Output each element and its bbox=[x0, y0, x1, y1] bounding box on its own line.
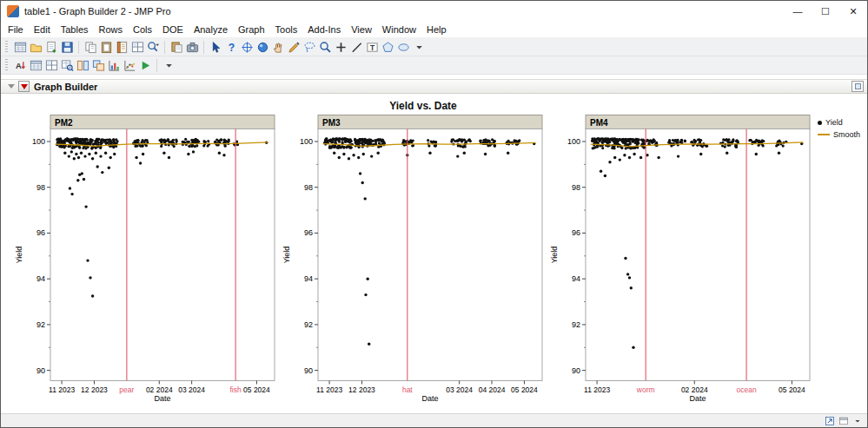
journal-icon[interactable] bbox=[114, 39, 129, 55]
panel-pm3[interactable]: PM3100989694929011 202312 202303 202404 … bbox=[282, 115, 544, 408]
text-annotation-icon[interactable]: T bbox=[364, 39, 380, 55]
import-data-icon[interactable] bbox=[43, 39, 59, 55]
panel-pm2[interactable]: PM2100989694929011 202312 202302 202403 … bbox=[14, 115, 276, 408]
svg-text:03 2024: 03 2024 bbox=[178, 385, 205, 394]
toolbar-grip[interactable] bbox=[5, 41, 8, 53]
table-search-icon[interactable] bbox=[59, 57, 75, 73]
menu-graph[interactable]: Graph bbox=[233, 23, 270, 36]
brush-tool-icon[interactable] bbox=[286, 39, 301, 55]
red-triangle-menu-button[interactable] bbox=[18, 81, 30, 92]
svg-text:96: 96 bbox=[36, 228, 45, 237]
menu-edit[interactable]: Edit bbox=[29, 23, 56, 36]
svg-text:05 2024: 05 2024 bbox=[511, 385, 538, 394]
red-triangle-icon bbox=[21, 84, 28, 89]
new-data-table-icon[interactable] bbox=[12, 39, 28, 55]
summary-chart-icon[interactable] bbox=[106, 57, 122, 73]
magnifier-tool-icon[interactable] bbox=[317, 39, 333, 55]
svg-text:94: 94 bbox=[304, 274, 313, 283]
save-icon[interactable] bbox=[59, 39, 75, 55]
data-table-icon[interactable] bbox=[28, 57, 43, 73]
menu-file[interactable]: File bbox=[3, 23, 29, 36]
toolbar-overflow-icon[interactable] bbox=[411, 39, 427, 55]
panel-plot-pm4[interactable]: PM4100989694929011 202302 202405 2024wor… bbox=[549, 115, 812, 405]
svg-text:96: 96 bbox=[572, 228, 580, 237]
table-layout-icon[interactable] bbox=[43, 57, 59, 73]
menu-doe[interactable]: DOE bbox=[157, 23, 189, 36]
svg-text:pear: pear bbox=[119, 385, 134, 394]
menu-bar: FileEditTablesRowsColsDOEAnalyzeGraphToo… bbox=[1, 22, 867, 38]
chart-title: Yield vs. Date bbox=[1, 100, 845, 112]
oval-annotation-icon[interactable] bbox=[395, 39, 411, 55]
run-script-icon[interactable] bbox=[137, 57, 153, 73]
crosshair-tool-icon[interactable] bbox=[239, 39, 255, 55]
arrow-tool-icon[interactable] bbox=[208, 39, 223, 55]
layout-icon[interactable] bbox=[129, 39, 145, 55]
toolbar-grip[interactable] bbox=[5, 59, 8, 71]
graph-builder-icon[interactable] bbox=[122, 57, 137, 73]
close-button[interactable]: ✕ bbox=[839, 1, 867, 22]
status-dropdown-icon[interactable] bbox=[852, 416, 863, 426]
title-bar[interactable]: table1 - Graph Builder 2 - JMP Pro — ☐ ✕ bbox=[1, 1, 867, 22]
svg-text:100: 100 bbox=[300, 137, 313, 146]
menu-cols[interactable]: Cols bbox=[128, 23, 157, 36]
menu-tools[interactable]: Tools bbox=[270, 23, 303, 36]
minimize-button[interactable]: — bbox=[784, 1, 812, 22]
grabber-tool-icon[interactable] bbox=[270, 39, 286, 55]
toolbar-separator bbox=[156, 59, 157, 72]
search-icon[interactable] bbox=[145, 39, 161, 55]
legend: YieldSmooth bbox=[818, 118, 860, 139]
menu-view[interactable]: View bbox=[346, 23, 377, 36]
zoom-in-tool-icon[interactable] bbox=[333, 39, 348, 55]
snapshot-icon[interactable] bbox=[184, 39, 200, 55]
menu-window[interactable]: Window bbox=[377, 23, 421, 36]
legend-item-yield: Yield bbox=[818, 118, 860, 127]
svg-text:11 2023: 11 2023 bbox=[316, 385, 342, 394]
polygon-annotation-icon[interactable] bbox=[380, 39, 395, 55]
join-table-icon[interactable] bbox=[90, 57, 106, 73]
svg-text:100: 100 bbox=[567, 137, 580, 146]
svg-text:90: 90 bbox=[304, 366, 313, 375]
legend-line-marker bbox=[818, 134, 830, 135]
outline-open-icon[interactable] bbox=[8, 84, 15, 89]
toolbar-separator bbox=[203, 41, 204, 54]
status-zoom-icon[interactable] bbox=[825, 416, 835, 426]
lasso-tool-icon[interactable] bbox=[301, 39, 317, 55]
toolbar-separator bbox=[164, 41, 165, 54]
toolbar-overflow-icon[interactable] bbox=[161, 57, 176, 73]
maximize-button[interactable]: ☐ bbox=[812, 1, 839, 22]
copy-picture-icon[interactable] bbox=[169, 39, 184, 55]
toolbar-secondary: A bbox=[1, 56, 867, 75]
svg-text:worm: worm bbox=[636, 385, 655, 394]
selection-tool-icon[interactable] bbox=[255, 39, 270, 55]
report-options-icon bbox=[855, 83, 861, 89]
svg-text:98: 98 bbox=[304, 183, 313, 192]
panel-pm4[interactable]: PM4100989694929011 202302 202405 2024wor… bbox=[549, 115, 812, 408]
svg-text:Yield: Yield bbox=[282, 247, 291, 264]
menu-add-ins[interactable]: Add-Ins bbox=[302, 23, 346, 36]
legend-label: Smooth bbox=[833, 130, 860, 139]
svg-text:11 2023: 11 2023 bbox=[584, 385, 610, 394]
sort-icon[interactable]: A bbox=[12, 57, 28, 73]
menu-analyze[interactable]: Analyze bbox=[189, 23, 233, 36]
svg-text:98: 98 bbox=[36, 183, 45, 192]
panel-plot-pm3[interactable]: PM3100989694929011 202312 202303 202404 … bbox=[282, 115, 544, 405]
help-tool-icon[interactable]: ? bbox=[223, 39, 239, 55]
report-options-button[interactable] bbox=[851, 81, 864, 92]
line-annotation-icon[interactable] bbox=[348, 39, 364, 55]
report-content: Yield vs. Date PM2100989694929011 202312… bbox=[1, 94, 867, 413]
open-icon[interactable] bbox=[28, 39, 43, 55]
copy-icon[interactable] bbox=[83, 39, 98, 55]
status-window-icon[interactable] bbox=[838, 416, 849, 426]
menu-rows[interactable]: Rows bbox=[94, 23, 129, 36]
svg-text:hat: hat bbox=[402, 385, 413, 394]
paste-icon[interactable] bbox=[98, 39, 114, 55]
menu-tables[interactable]: Tables bbox=[56, 23, 94, 36]
panel-plot-pm2[interactable]: PM2100989694929011 202312 202302 202403 … bbox=[14, 115, 276, 405]
svg-text:T: T bbox=[369, 43, 374, 51]
menu-help[interactable]: Help bbox=[421, 23, 452, 36]
toolbar-separator bbox=[78, 41, 79, 54]
svg-text:Date: Date bbox=[154, 394, 170, 403]
split-table-icon[interactable] bbox=[75, 57, 90, 73]
svg-text:94: 94 bbox=[572, 274, 580, 283]
svg-text:Date: Date bbox=[421, 394, 438, 403]
